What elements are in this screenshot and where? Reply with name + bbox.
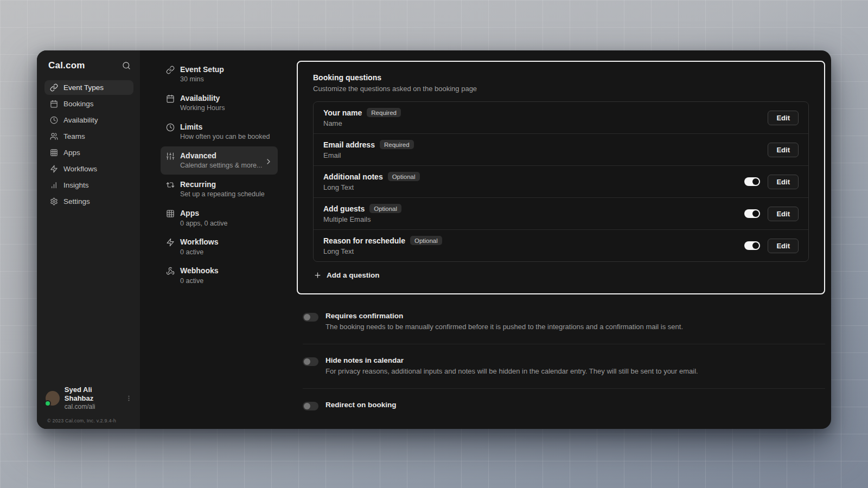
tab-title: Limits — [180, 122, 270, 132]
edit-button[interactable]: Edit — [768, 239, 799, 253]
tab-text: Limits How often you can be booked — [180, 122, 270, 142]
edit-button[interactable]: Edit — [768, 175, 799, 189]
calendar-icon — [166, 94, 175, 103]
tab-text: Advanced Calendar settings & more... — [180, 151, 262, 170]
tab-title: Advanced — [180, 151, 262, 160]
sidebar-item-bookings[interactable]: Bookings — [44, 97, 133, 111]
question-toggle[interactable] — [744, 241, 760, 250]
sidebar-item-apps[interactable]: Apps — [44, 145, 133, 160]
optional-badge: Optional — [369, 204, 401, 213]
tab-subtitle: 0 active — [180, 277, 219, 286]
tab-availability[interactable]: Availability Working Hours — [161, 89, 278, 117]
sidebar-spacer — [44, 210, 133, 383]
app-window: Cal.com Event Types Bookings Availabilit… — [37, 50, 831, 429]
tab-workflows[interactable]: Workflows 0 active — [161, 233, 278, 261]
sidebar-item-label: Workflows — [63, 165, 97, 173]
question-actions: Edit — [768, 111, 799, 125]
sliders-icon — [166, 152, 175, 160]
tab-text: Webhooks 0 active — [180, 266, 219, 285]
question-actions: Edit — [744, 239, 799, 253]
sidebar-item-label: Insights — [63, 181, 89, 189]
add-question-button[interactable]: Add a question — [313, 271, 380, 279]
tab-subtitle: 0 apps, 0 active — [180, 219, 228, 228]
sidebar-nav: Event Types Bookings Availability Teams … — [44, 80, 133, 210]
tab-advanced[interactable]: Advanced Calendar settings & more... — [161, 146, 278, 175]
setting-title: Requires confirmation — [326, 312, 683, 320]
question-toggle[interactable] — [744, 177, 760, 186]
sidebar-item-label: Apps — [63, 149, 80, 157]
question-actions: Edit — [768, 143, 799, 157]
booking-questions-card: Booking questions Customize the question… — [297, 61, 825, 294]
logo-row: Cal.com — [44, 59, 133, 71]
question-toggle[interactable] — [744, 209, 760, 218]
copyright-text: © 2023 Cal.com, Inc. v.2.9.4-h — [44, 418, 133, 423]
add-question-label: Add a question — [327, 271, 380, 279]
tab-title: Apps — [180, 208, 228, 218]
gear-icon — [50, 197, 58, 206]
question-info: Reason for reschedule Optional Long Text — [323, 236, 744, 255]
setting-text: Requires confirmation The booking needs … — [326, 312, 683, 331]
user-name: Syed Ali Shahbaz — [65, 386, 120, 403]
tab-webhooks[interactable]: Webhooks 0 active — [161, 261, 278, 290]
setting-redirect-on-booking: Redirect on booking — [303, 389, 825, 423]
tab-recurring[interactable]: Recurring Set up a repeating schedule — [161, 175, 278, 203]
tab-text: Event Setup 30 mins — [180, 65, 224, 84]
kebab-icon — [125, 395, 132, 402]
sidebar-item-workflows[interactable]: Workflows — [44, 162, 133, 176]
tab-subtitle: Calendar settings & more... — [180, 161, 262, 170]
clock-icon — [166, 123, 175, 132]
question-info: Email address Required Email — [323, 140, 768, 159]
sidebar-item-event-types[interactable]: Event Types — [44, 80, 133, 95]
user-menu[interactable]: Syed Ali Shahbaz cal.com/ali — [44, 383, 133, 414]
redirect-on-booking-toggle[interactable] — [303, 402, 318, 410]
booking-questions-title: Booking questions — [313, 73, 809, 82]
user-options-button[interactable] — [125, 395, 132, 402]
sidebar-item-insights[interactable]: Insights — [44, 178, 133, 192]
link-icon — [50, 84, 58, 92]
event-type-nav: Event Setup 30 mins Availability Working… — [140, 50, 284, 429]
main-content: Booking questions Customize the question… — [284, 50, 831, 429]
zap-icon — [166, 238, 175, 247]
questions-list: Your name Required Name Edit Email addre… — [313, 101, 809, 262]
search-button[interactable] — [122, 61, 131, 70]
question-info: Your name Required Name — [323, 108, 768, 127]
user-text: Syed Ali Shahbaz cal.com/ali — [65, 386, 120, 412]
sidebar-item-label: Event Types — [63, 84, 104, 92]
sidebar-item-teams[interactable]: Teams — [44, 129, 133, 144]
question-actions: Edit — [744, 175, 799, 189]
setting-text: Redirect on booking — [326, 401, 397, 410]
question-info: Additional notes Optional Long Text — [323, 172, 744, 191]
bar-chart-icon — [50, 181, 58, 189]
question-type: Multiple Emails — [323, 215, 744, 223]
avatar — [46, 391, 60, 406]
sidebar-item-settings[interactable]: Settings — [44, 194, 133, 209]
user-handle: cal.com/ali — [65, 403, 120, 411]
setting-description: The booking needs to be manually confirm… — [326, 323, 683, 331]
sidebar: Cal.com Event Types Bookings Availabilit… — [37, 50, 140, 429]
calendar-icon — [50, 100, 58, 108]
tab-limits[interactable]: Limits How often you can be booked — [161, 118, 278, 146]
edit-button[interactable]: Edit — [768, 111, 799, 125]
tab-apps[interactable]: Apps 0 apps, 0 active — [161, 204, 278, 232]
edit-button[interactable]: Edit — [768, 143, 799, 157]
question-row-add-guests: Add guests Optional Multiple Emails Edit — [314, 198, 808, 230]
tab-subtitle: 0 active — [180, 248, 219, 257]
advanced-settings: Requires confirmation The booking needs … — [297, 300, 825, 423]
hide-notes-toggle[interactable] — [303, 357, 318, 366]
setting-title: Redirect on booking — [326, 401, 397, 409]
edit-button[interactable]: Edit — [768, 207, 799, 221]
question-label: Additional notes — [323, 172, 383, 181]
requires-confirmation-toggle[interactable] — [303, 313, 318, 322]
sidebar-item-label: Settings — [63, 197, 90, 206]
question-type: Name — [323, 119, 768, 127]
tab-event-setup[interactable]: Event Setup 30 mins — [161, 60, 278, 88]
users-icon — [50, 132, 58, 140]
setting-description: For privacy reasons, additional inputs a… — [326, 367, 698, 375]
question-type: Long Text — [323, 247, 744, 255]
question-type: Long Text — [323, 183, 744, 191]
question-label: Your name — [323, 108, 362, 117]
tab-title: Event Setup — [180, 65, 224, 74]
tab-text: Workflows 0 active — [180, 237, 219, 256]
sidebar-item-availability[interactable]: Availability — [44, 113, 133, 127]
question-type: Email — [323, 151, 768, 159]
